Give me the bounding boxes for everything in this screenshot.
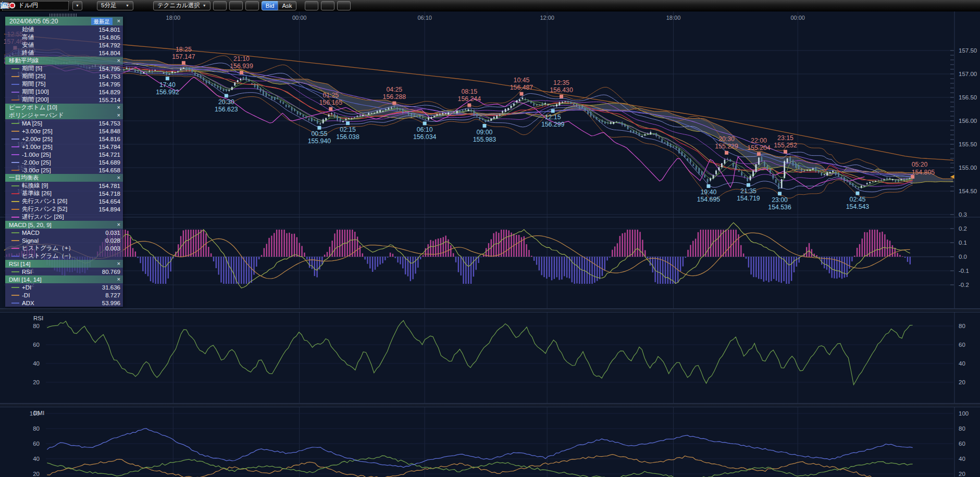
chevron-down-icon: ▼ <box>76 4 79 7</box>
chevron-down-icon: ▼ <box>126 4 129 7</box>
svg-text:40: 40 <box>959 360 965 367</box>
chart-style-button[interactable] <box>245 1 259 10</box>
svg-text:02:45: 02:45 <box>850 196 866 203</box>
svg-text:100: 100 <box>959 410 969 417</box>
series-label: +3.00σ [25] <box>22 128 98 134</box>
svg-text:02:15: 02:15 <box>340 126 356 133</box>
legend-row: DMI [14, 14] × <box>5 275 123 283</box>
dmi-chart-canvas[interactable]: DMI1001008080606040402020 <box>0 407 980 477</box>
series-label: 始値 <box>22 26 98 33</box>
currency-pair-selector[interactable]: ドル/円 <box>2 1 69 10</box>
close-indicator-icon[interactable]: × <box>117 174 120 182</box>
svg-text:156.165: 156.165 <box>319 99 343 106</box>
legend-row: -3.00σ [25] 154.658 × <box>5 166 123 174</box>
series-swatch <box>11 123 19 124</box>
series-label: 期間 [25] <box>22 72 98 80</box>
series-value: 154.753 <box>98 73 120 80</box>
series-swatch <box>11 303 19 304</box>
series-label: MACD [5, 20, 9] <box>9 222 120 228</box>
series-label: ボリンジャーバンド <box>9 111 120 119</box>
svg-text:20: 20 <box>33 379 40 385</box>
close-indicator-icon[interactable]: × <box>117 275 120 283</box>
svg-text:17:40: 17:40 <box>159 81 176 89</box>
series-swatch <box>11 68 19 69</box>
svg-text:154.536: 154.536 <box>768 204 791 211</box>
panel-divider <box>0 308 980 312</box>
svg-text:155.983: 155.983 <box>473 136 497 143</box>
svg-text:80: 80 <box>959 425 965 432</box>
svg-text:04:25: 04:25 <box>386 86 402 93</box>
pair-dropdown-button[interactable]: ▼ <box>72 1 82 10</box>
close-indicator-icon[interactable]: × <box>117 111 120 119</box>
svg-text:155.940: 155.940 <box>308 137 331 145</box>
timeframe-select[interactable]: 5分足 ▼ <box>97 1 133 10</box>
series-value: 154.848 <box>98 128 120 134</box>
series-swatch <box>11 209 19 210</box>
series-label: 期間 [100] <box>22 88 98 96</box>
ask-button[interactable]: Ask <box>278 1 296 10</box>
svg-text:155.00: 155.00 <box>959 165 977 171</box>
svg-text:155.50: 155.50 <box>959 141 977 147</box>
svg-text:00:00: 00:00 <box>790 15 805 21</box>
svg-text:155.252: 155.252 <box>774 142 797 149</box>
price-chart-canvas[interactable]: 157.50157.50157.00157.00156.50156.50156.… <box>0 11 980 308</box>
legend-row: +DI 31.636 × <box>5 283 123 291</box>
svg-text:0.2: 0.2 <box>959 225 967 232</box>
technical-select-button[interactable]: テクニカル選択 ▼ <box>153 1 210 10</box>
close-indicator-icon[interactable]: × <box>117 57 120 65</box>
series-label: ヒストグラム（−） <box>22 252 120 260</box>
zoom-out-button[interactable] <box>321 1 334 10</box>
legend-row: 期間 [75] 154.795 × <box>5 80 123 88</box>
series-label: 基準線 [26] <box>22 190 98 197</box>
series-value: 154.795 <box>98 66 120 72</box>
series-swatch <box>11 131 19 132</box>
legend-row: MA [25] 154.753 × <box>5 119 123 127</box>
series-label: DMI [14, 14] <box>9 277 120 283</box>
legend-row: 移動平均線 × <box>5 57 123 65</box>
svg-text:00:55: 00:55 <box>312 130 328 137</box>
zoom-in-button[interactable] <box>337 1 351 10</box>
series-label: MA [25] <box>22 120 98 127</box>
series-label: 終値 <box>22 49 98 57</box>
series-label: 高値 <box>22 33 98 41</box>
svg-text:60: 60 <box>33 342 40 348</box>
rsi-chart-canvas[interactable]: RSI8080606040402020 <box>0 312 980 403</box>
close-icon[interactable]: × <box>117 17 120 26</box>
svg-text:40: 40 <box>33 360 40 367</box>
svg-text:156.623: 156.623 <box>215 106 238 113</box>
series-value: 154.658 <box>98 167 120 173</box>
legend-row: 先行スパン1 [26] 154.654 × <box>5 197 123 205</box>
svg-text:155.229: 155.229 <box>715 143 738 150</box>
legend-row: 遅行スパン [26] × <box>5 213 123 221</box>
series-swatch <box>11 193 19 194</box>
series-label: -3.00σ [25] <box>22 167 98 173</box>
legend-row: RSI 80.769 × <box>5 268 123 275</box>
close-indicator-icon[interactable]: × <box>117 260 120 268</box>
series-label: RSI [14] <box>9 261 120 267</box>
close-indicator-icon[interactable]: × <box>117 221 120 229</box>
bid-ask-toggle: Bid Ask <box>262 1 296 10</box>
svg-text:156.992: 156.992 <box>156 89 179 96</box>
series-value: 0.031 <box>105 230 120 236</box>
svg-text:157.147: 157.147 <box>172 53 195 60</box>
svg-text:80: 80 <box>959 323 965 329</box>
info-button[interactable] <box>229 1 243 10</box>
svg-text:20:30: 20:30 <box>718 135 735 143</box>
svg-text:21:10: 21:10 <box>233 55 250 62</box>
candle-display-button[interactable] <box>305 1 318 10</box>
close-indicator-icon[interactable]: × <box>117 104 120 111</box>
series-value: 0.003 <box>105 245 120 252</box>
draw-tool-button[interactable] <box>213 1 227 10</box>
svg-text:154.695: 154.695 <box>697 196 721 203</box>
currency-pair-label: ドル/円 <box>18 2 38 9</box>
timeframe-label: 5分足 <box>101 2 116 9</box>
series-swatch <box>11 256 19 257</box>
series-swatch <box>11 146 19 147</box>
series-label: ヒストグラム（+） <box>22 244 105 252</box>
series-value: 53.996 <box>102 300 120 306</box>
legend-row: 安値 154.792 × <box>5 41 123 49</box>
bid-button[interactable]: Bid <box>262 1 279 10</box>
svg-text:20: 20 <box>959 379 965 385</box>
svg-text:18:25: 18:25 <box>176 46 192 53</box>
series-label: 期間 [5] <box>22 65 98 72</box>
